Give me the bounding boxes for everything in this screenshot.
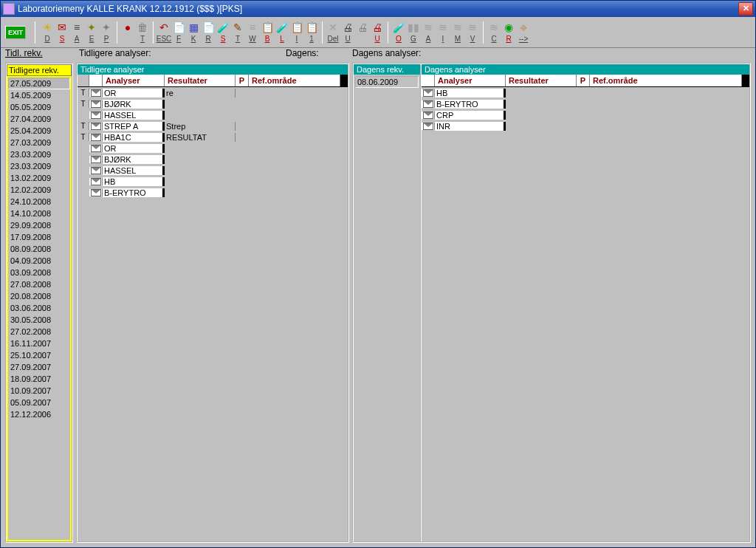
date-list-item[interactable]: 27.02.2008 — [8, 326, 70, 338]
toolbar-button-F[interactable]: 📄F — [171, 20, 186, 45]
toolbar-button-ESC[interactable]: ↶ESC — [157, 20, 171, 45]
date-list-item[interactable]: 12.12.2006 — [8, 408, 70, 420]
toolbar-button-V[interactable]: ≋V — [465, 20, 480, 45]
toolbar-button-Del[interactable]: ✕Del — [326, 20, 340, 45]
date-list-item[interactable]: 23.03.2009 — [8, 160, 70, 172]
date-list-item[interactable]: 20.08.2008 — [8, 290, 70, 302]
table-row[interactable]: HASSEL — [78, 165, 348, 176]
toolbar-button-G[interactable]: ▮▮G — [406, 20, 421, 45]
toolbar-button-E[interactable]: ✦E — [84, 20, 99, 45]
date-list-item[interactable]: 14.10.2008 — [8, 208, 70, 219]
toolbar-icon: ▦ — [188, 21, 199, 33]
table-row[interactable]: TORre — [78, 87, 348, 98]
toolbar-button-O[interactable]: 🧪O — [391, 20, 406, 45]
toolbar-button-K[interactable]: ▦K — [186, 20, 201, 45]
table-row[interactable]: BJØRK — [78, 154, 348, 165]
toolbar-button-A[interactable]: ≋A — [421, 20, 436, 45]
table-row[interactable]: HB — [78, 176, 348, 187]
toolbar-button-M[interactable]: ≋M — [450, 20, 465, 45]
toolbar-button-B[interactable]: 📋B — [260, 20, 275, 45]
date-list-item[interactable]: 27.08.2008 — [8, 278, 70, 290]
toolbar-button-R[interactable]: 📄R — [201, 20, 216, 45]
left-table-body: TORreTBJØRKHASSELTSTREP AStrepTHBA1CRESU… — [78, 87, 348, 541]
col-analyser[interactable]: Analyser — [103, 75, 165, 86]
toolbar-button-I[interactable]: ≋I — [436, 20, 450, 45]
toolbar-button-I[interactable]: 📋I — [289, 20, 304, 45]
envelope-icon — [89, 100, 103, 108]
table-row[interactable]: CRP — [422, 109, 749, 120]
table-row[interactable]: OR — [78, 143, 348, 154]
table-row[interactable]: INR — [422, 120, 749, 131]
col-resultater[interactable]: Resultater — [506, 75, 577, 86]
toolbar-button-A[interactable]: ≡A — [69, 20, 84, 45]
date-list-item[interactable]: 14.05.2009 — [8, 89, 70, 101]
toolbar-button-T[interactable]: ✎T — [230, 20, 245, 45]
table-row[interactable]: HASSEL — [78, 109, 348, 120]
toolbar-button-S[interactable]: 🧪S — [216, 20, 230, 45]
date-list-item[interactable]: 05.09.2007 — [8, 397, 70, 408]
table-row[interactable]: B-ERYTRO — [78, 187, 348, 198]
date-list-item[interactable]: 30.05.2008 — [8, 314, 70, 326]
col-resultater[interactable]: Resultater — [165, 75, 236, 86]
toolbar-button-U[interactable]: 🖨U — [370, 20, 385, 45]
toolbar-button-S[interactable]: ✉S — [55, 20, 69, 45]
toolbar-button-D[interactable]: ☀D — [40, 20, 55, 45]
close-button[interactable]: ✕ — [738, 2, 753, 16]
dagens-rekv-date[interactable]: 08.06.2009 — [355, 76, 419, 88]
exit-button[interactable]: EXIT — [5, 26, 26, 39]
toolbar-button-T[interactable]: 🗑T — [135, 20, 150, 45]
date-list-item[interactable]: 04.09.2008 — [8, 255, 70, 267]
date-list-item[interactable]: 25.04.2009 — [8, 125, 70, 137]
toolbar-button-5[interactable]: ● — [120, 20, 135, 45]
toolbar-letter: ESC — [157, 35, 172, 43]
date-list-item[interactable]: 27.05.2009 — [8, 78, 70, 89]
right-table-body: HBB-ERYTROCRPINR — [422, 87, 749, 541]
date-list-item[interactable]: 27.03.2009 — [8, 137, 70, 148]
date-list-item[interactable]: 16.11.2007 — [8, 338, 70, 349]
date-list-item[interactable]: 10.09.2007 — [8, 385, 70, 397]
date-list-item[interactable]: 17.09.2008 — [8, 231, 70, 243]
toolbar-button-C[interactable]: ≋C — [487, 20, 501, 45]
date-list-item[interactable]: 08.09.2008 — [8, 243, 70, 255]
toolbar-icon: 📄 — [173, 21, 185, 33]
col-p[interactable]: P — [236, 75, 249, 86]
date-list-item[interactable]: 03.09.2008 — [8, 267, 70, 278]
envelope-icon — [89, 167, 103, 174]
date-list-item[interactable]: 24.10.2008 — [8, 196, 70, 208]
date-list-item[interactable]: 27.09.2007 — [8, 361, 70, 373]
date-list-item[interactable]: 03.06.2008 — [8, 302, 70, 314]
date-list-item[interactable]: 29.09.2008 — [8, 219, 70, 231]
date-list-item[interactable]: 27.04.2009 — [8, 113, 70, 125]
toolbar-icon: ▮▮ — [408, 21, 419, 33]
col-flag — [78, 75, 89, 86]
toolbar-button-L[interactable]: 🧪L — [275, 20, 289, 45]
toolbar-button-20[interactable]: 🖨 — [355, 20, 370, 45]
date-list-item[interactable]: 23.03.2009 — [8, 148, 70, 160]
col-ref[interactable]: Ref.område — [249, 75, 340, 86]
col-analyser[interactable]: Analyser — [435, 75, 506, 86]
toolbar-letter: G — [410, 35, 416, 43]
toolbar: EXIT ☀D✉S≡A✦E✦P●🗑T↶ESC📄F▦K📄R🧪S✎T≡W📋B🧪L📋I… — [1, 17, 755, 48]
toolbar-button-R[interactable]: ◉R — [501, 20, 516, 45]
date-list-item[interactable]: 12.02.2009 — [8, 184, 70, 196]
table-row[interactable]: B-ERYTRO — [422, 98, 749, 109]
date-list-item[interactable]: 05.05.2009 — [8, 101, 70, 113]
col-ref[interactable]: Ref.område — [590, 75, 742, 86]
table-row[interactable]: THBA1CRESULTAT — [78, 131, 348, 143]
date-list-item[interactable]: 18.09.2007 — [8, 373, 70, 385]
toolbar-button--->[interactable]: ⎆--> — [516, 20, 531, 45]
toolbar-button-U[interactable]: 🖨U — [340, 20, 355, 45]
date-list-item[interactable]: 25.10.2007 — [8, 349, 70, 361]
table-row[interactable]: HB — [422, 87, 749, 98]
col-p[interactable]: P — [577, 75, 590, 86]
toolbar-button-1[interactable]: 📋1 — [304, 20, 319, 45]
toolbar-button-W[interactable]: ≡W — [245, 20, 260, 45]
dagens-rekv-title: Dagens rekv. — [354, 64, 420, 75]
date-list-item[interactable]: 13.02.2009 — [8, 172, 70, 184]
toolbar-icon: ≋ — [452, 21, 464, 33]
toolbar-button-P[interactable]: ✦P — [99, 20, 114, 45]
table-row[interactable]: TBJØRK — [78, 98, 348, 109]
date-list[interactable]: 27.05.200914.05.200905.05.200927.04.2009… — [7, 76, 72, 541]
cell-analyser: CRP — [435, 111, 506, 120]
table-row[interactable]: TSTREP AStrep — [78, 120, 348, 131]
